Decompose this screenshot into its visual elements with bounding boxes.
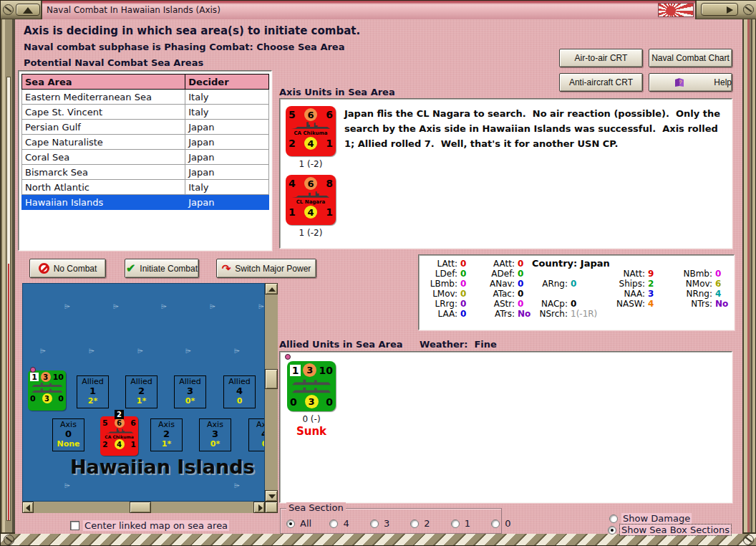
map-vertical-scrollbar[interactable]: [265, 283, 278, 502]
scroll-up-button[interactable]: [265, 283, 278, 294]
scroll-left-button[interactable]: [22, 502, 34, 513]
map-horizontal-scrollbar[interactable]: [22, 502, 265, 513]
counter-status: 0 (-): [287, 414, 336, 424]
triangle-right-icon: [727, 6, 733, 14]
table-row[interactable]: Eastern Mediterranean SeaItaly: [22, 90, 269, 105]
vertical-scroll-thumb[interactable]: [265, 369, 278, 389]
counter-status: 1 (-2): [286, 159, 336, 169]
unit-counter-cl-nagara[interactable]: 4 6 8 CL Nagara 1 4 1: [286, 175, 336, 225]
gauge-decoration: [6, 77, 11, 521]
table-row[interactable]: Coral SeaJapan: [22, 150, 269, 165]
move-circle: 4: [304, 137, 317, 150]
combat-narrative: Japan flis the CL Nagara to search. No a…: [344, 106, 730, 151]
window-frame-left: [1, 19, 15, 534]
check-icon: ✔: [126, 262, 135, 275]
help-button[interactable]: ? Help: [649, 73, 732, 92]
table-row[interactable]: North AtlanticItaly: [22, 180, 269, 195]
table-row[interactable]: Cape St. VincentItaly: [22, 105, 269, 120]
book-icon: ?: [674, 77, 685, 87]
screw-icon: [3, 4, 14, 15]
sea-section-legend: Sea Section: [286, 502, 346, 513]
allied-units-panel: 1 3 10 0 3 0 0 (-) Sunk: [279, 351, 732, 503]
game-window: Naval Combat In Hawaiian Islands (Axis) …: [0, 0, 756, 546]
scroll-right-button[interactable]: [253, 502, 265, 513]
sea-box-allied-2[interactable]: Allied21*: [125, 375, 158, 408]
scroll-down-button[interactable]: [265, 490, 278, 502]
status-heading: Axis is deciding in which sea area(s) to…: [24, 24, 360, 37]
checkbox-label: Center linked map on sea area: [83, 520, 229, 531]
checkbox-box[interactable]: [70, 521, 79, 530]
sea-areas-panel: Sea Area Decider Eastern Mediterranean S…: [18, 70, 272, 251]
table-title: Potential Naval Combat Sea Areas: [24, 57, 203, 68]
sea-box-allied-4[interactable]: Allied40: [223, 375, 256, 408]
radio-sea-section-4[interactable]: 4: [329, 516, 350, 530]
radio-sea-section-3[interactable]: 3: [370, 516, 391, 530]
anti-aircraft-crt-button[interactable]: Anti-aircraft CRT: [559, 73, 643, 92]
sea-box-axis-2[interactable]: Axis21*: [150, 418, 183, 451]
counter-status: 1 (-2): [286, 228, 336, 238]
stack-count-badge: 2: [115, 410, 124, 419]
no-combat-icon: [39, 263, 49, 274]
switch-major-power-button[interactable]: ↷ Switch Major Power: [216, 259, 316, 278]
range-circle: 6: [304, 108, 317, 121]
convoy-silhouette-icon: [31, 388, 64, 393]
range-circle: 6: [304, 177, 317, 190]
sea-box-axis-4[interactable]: Axis40: [248, 418, 265, 451]
center-linked-map-checkbox[interactable]: Center linked map on sea area: [70, 518, 229, 532]
sea-area-map[interactable]: ⌲⌲ ⌲⌲ ⌲ ⌲⌲ ⌲⌲ ⌲ ⌲⌲ 1 3 10: [22, 283, 278, 513]
sea-section-group: Sea Section All 4 3 2 1 0: [280, 508, 502, 534]
window-control-button[interactable]: [701, 3, 738, 16]
air-to-air-crt-button[interactable]: Air-to-air CRT: [559, 49, 643, 67]
unit-counter-allied-convoy[interactable]: 1 3 10 0 3 0: [287, 361, 336, 411]
radio-sea-section-1[interactable]: 1: [451, 516, 472, 530]
unit-counter-ca-chikuma[interactable]: 5 6 6 CA Chikuma 2 4 1: [286, 106, 336, 156]
horizontal-scroll-thumb[interactable]: [130, 502, 151, 513]
screw-icon: [743, 4, 754, 15]
radio-sea-section-2[interactable]: 2: [410, 516, 431, 530]
screw-icon: [743, 535, 754, 545]
japan-naval-ensign-icon: [658, 3, 694, 17]
column-header-sea-area[interactable]: Sea Area: [22, 75, 185, 90]
table-row-selected[interactable]: Hawaiian IslandsJapan: [22, 195, 269, 210]
svg-text:?: ?: [679, 79, 682, 85]
triangle-up-icon: [23, 7, 33, 14]
subphase-heading: Naval combat subphase is Phasing Combat:…: [24, 42, 344, 52]
map-sea-area-title: Hawaiian Islands: [70, 456, 255, 478]
sea-box-axis-0[interactable]: Axis0None: [52, 418, 84, 451]
axis-units-panel: 5 6 6 CA Chikuma 2 4 1 1 (-2) 4 6: [279, 98, 732, 249]
titlebar: Naval Combat In Hawaiian Islands (Axis): [1, 1, 756, 19]
screw-icon: [4, 535, 14, 545]
warship-silhouette-icon: [290, 190, 331, 199]
table-row[interactable]: Persian GulfJapan: [22, 120, 269, 135]
rollup-button[interactable]: [16, 4, 40, 16]
axis-units-label: Axis Units in Sea Area: [279, 87, 395, 97]
map-allied-counter[interactable]: 1 3 10 0 3 0: [28, 370, 66, 411]
convoy-silhouette-icon: [291, 386, 332, 394]
table-header-row: Sea Area Decider: [22, 75, 269, 90]
warship-silhouette-icon: [290, 121, 331, 130]
stack-badge-icon: [285, 354, 291, 360]
weather-value: Fine: [474, 339, 496, 350]
radio-sea-section-0[interactable]: 0: [491, 516, 512, 530]
table-row[interactable]: Cape NaturalisteJapan: [22, 135, 269, 150]
column-header-decider[interactable]: Decider: [185, 75, 269, 90]
sea-box-allied-1[interactable]: Allied12*: [77, 375, 109, 408]
radio-sea-section-all[interactable]: All: [286, 516, 313, 530]
stats-country: Country: Japan: [532, 258, 610, 269]
initiate-combat-button[interactable]: ✔ Initiate Combat: [125, 259, 199, 278]
table-row[interactable]: Bismarck SeaJapan: [22, 165, 269, 180]
sunk-status: Sunk: [287, 425, 336, 438]
map-viewport[interactable]: ⌲⌲ ⌲⌲ ⌲ ⌲⌲ ⌲⌲ ⌲ ⌲⌲ 1 3 10: [22, 283, 265, 502]
stack-badge-icon: [30, 367, 36, 373]
counter-name: CA Chikuma: [289, 130, 333, 136]
naval-combat-chart-button[interactable]: Naval Combat Chart: [649, 49, 732, 67]
scrollbar-corner: [265, 502, 278, 513]
move-circle: 4: [304, 206, 317, 219]
no-combat-button[interactable]: No Combat: [29, 259, 106, 278]
curved-arrow-icon: ↷: [222, 262, 231, 275]
map-axis-counter-ca-chikuma[interactable]: 5 6 6 CA Chikuma 2 4 1: [100, 416, 138, 456]
sea-box-allied-3[interactable]: Allied30*: [174, 375, 206, 408]
window-title: Naval Combat In Hawaiian Islands (Axis): [47, 5, 220, 15]
radio-show-sea-box-sections[interactable]: Show Sea Box Sections: [608, 522, 731, 536]
sea-box-axis-3[interactable]: Axis30*: [199, 418, 231, 451]
